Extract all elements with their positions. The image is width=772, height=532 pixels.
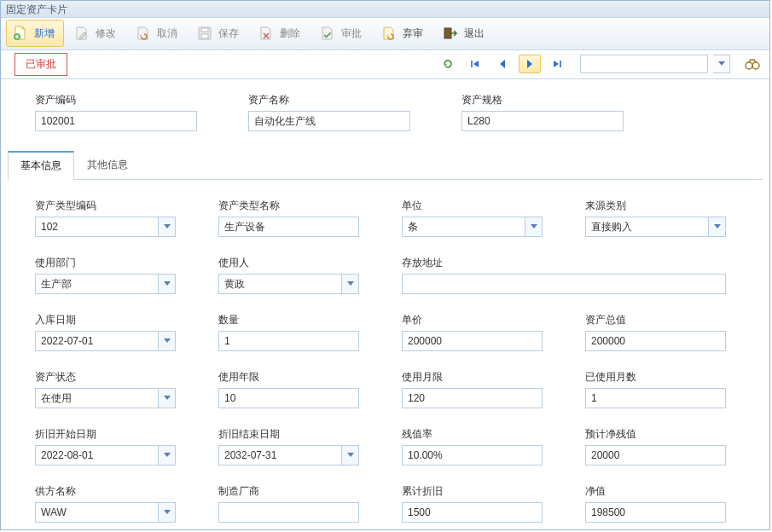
years-input[interactable]: 10 (218, 388, 359, 408)
new-button[interactable]: 新增 (6, 20, 64, 47)
supplier-select[interactable]: WAW (35, 502, 176, 523)
chevron-down-icon (341, 275, 358, 293)
exit-icon (442, 25, 459, 42)
unapprove-button[interactable]: 弃审 (374, 20, 432, 47)
unit-select[interactable]: 条 (402, 217, 543, 237)
save-icon (196, 25, 213, 42)
chevron-down-icon (525, 217, 542, 236)
tab-basic[interactable]: 基本信息 (8, 151, 74, 180)
net-input[interactable]: 198500 (585, 502, 726, 523)
prev-button[interactable] (491, 55, 514, 73)
tab-strip: 基本信息 其他信息 (8, 150, 763, 180)
approve-icon (319, 25, 336, 42)
months-input[interactable]: 120 (402, 388, 543, 408)
in-date-input[interactable]: 2022-07-01 (35, 331, 176, 351)
dep-end-input[interactable]: 2032-07-31 (218, 445, 359, 466)
type-code-select[interactable]: 102 (35, 217, 176, 237)
source-select[interactable]: 直接购入 (585, 217, 726, 237)
delete-icon (258, 25, 275, 42)
mfr-input[interactable] (218, 502, 359, 523)
svg-rect-4 (444, 28, 451, 38)
svg-point-5 (746, 62, 752, 69)
dep-start-input[interactable]: 2022-08-01 (35, 445, 176, 466)
unapprove-icon (380, 25, 398, 42)
code-label: 资产编码 (35, 93, 197, 107)
svg-point-6 (752, 62, 759, 69)
type-name-input[interactable]: 生产设备 (218, 217, 359, 237)
window-title: 固定资产卡片 (1, 1, 769, 18)
used-months-input[interactable]: 1 (585, 388, 726, 408)
search-dropdown-button[interactable] (713, 55, 730, 73)
exit-button[interactable]: 退出 (436, 20, 494, 47)
asset-name-input[interactable]: 自动化生产线 (248, 111, 410, 131)
asset-code-input[interactable]: 102001 (35, 111, 197, 131)
residual-est-input[interactable]: 20000 (585, 445, 726, 466)
new-icon (12, 25, 29, 42)
location-input[interactable] (402, 274, 726, 294)
approve-button[interactable]: 审批 (313, 20, 371, 47)
chevron-down-icon (158, 217, 175, 236)
state-select[interactable]: 在使用 (35, 388, 176, 408)
name-label: 资产名称 (248, 93, 410, 107)
residual-rate-input[interactable]: 10.00% (402, 445, 543, 466)
first-button[interactable] (464, 55, 486, 73)
acc-dep-input[interactable]: 1500 (402, 502, 543, 523)
edit-icon (73, 25, 90, 42)
secondary-bar: 已审批 (1, 50, 769, 79)
qty-input[interactable]: 1 (218, 331, 359, 351)
chevron-down-icon (158, 446, 175, 465)
binoculars-icon[interactable] (744, 55, 761, 72)
dept-select[interactable]: 生产部 (35, 274, 176, 294)
save-button[interactable]: 保存 (190, 20, 248, 47)
chevron-down-icon (158, 389, 175, 408)
status-badge: 已审批 (15, 53, 67, 76)
svg-rect-3 (201, 34, 208, 38)
tab-other[interactable]: 其他信息 (74, 151, 141, 180)
chevron-down-icon (341, 446, 358, 465)
chevron-down-icon (708, 217, 725, 236)
main-toolbar: 新增 修改 取消 保存 删除 (1, 18, 769, 50)
last-button[interactable] (546, 55, 568, 73)
next-button[interactable] (519, 55, 541, 73)
svg-rect-2 (201, 28, 208, 32)
price-input[interactable]: 200000 (402, 331, 543, 351)
cancel-button[interactable]: 取消 (129, 20, 187, 47)
undo-icon (135, 25, 152, 42)
modify-button[interactable]: 修改 (67, 20, 125, 47)
total-input[interactable]: 200000 (585, 331, 726, 351)
chevron-down-icon (158, 275, 175, 293)
asset-spec-input[interactable]: L280 (461, 111, 624, 131)
spec-label: 资产规格 (461, 93, 624, 107)
search-input[interactable] (580, 55, 708, 73)
delete-button[interactable]: 删除 (252, 20, 310, 47)
refresh-button[interactable] (437, 55, 459, 73)
chevron-down-icon (158, 503, 175, 522)
chevron-down-icon (158, 332, 175, 350)
user-select[interactable]: 黄政 (218, 274, 359, 294)
